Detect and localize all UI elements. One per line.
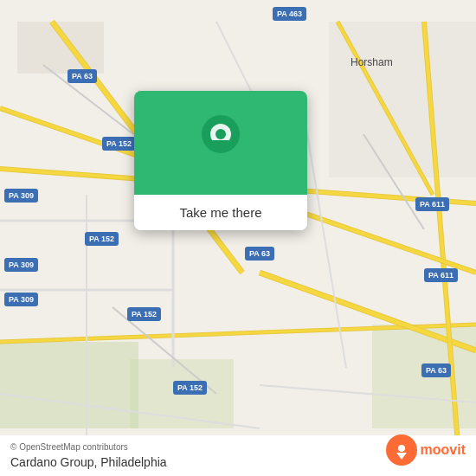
road-badge: PA 152 xyxy=(173,381,207,395)
road-badge: PA 152 xyxy=(127,307,161,321)
road-badge: PA 63 xyxy=(245,247,274,261)
road-badge: PA 463 xyxy=(273,7,306,21)
moovit-icon xyxy=(386,434,417,466)
road-badge: PA 611 xyxy=(415,197,449,211)
svg-point-33 xyxy=(215,129,226,139)
road-badge: PA 63 xyxy=(68,69,97,83)
road-badge: PA 152 xyxy=(85,232,119,246)
place-label-horsham: Horsham xyxy=(351,56,393,68)
road-badge: PA 309 xyxy=(4,189,38,203)
road-badge: PA 63 xyxy=(421,363,451,377)
svg-point-36 xyxy=(398,445,405,452)
road-badge: PA 309 xyxy=(4,293,38,306)
road-badge: PA 152 xyxy=(102,137,136,151)
moovit-text: moovit xyxy=(421,442,466,458)
road-badge: PA 309 xyxy=(4,258,38,272)
take-me-there-button[interactable]: Take me there xyxy=(134,195,307,230)
popup-card: Take me there xyxy=(134,91,307,230)
road-badge: PA 611 xyxy=(424,268,458,282)
svg-rect-0 xyxy=(0,342,138,428)
popup-green-header xyxy=(134,91,307,195)
location-pin-icon xyxy=(199,113,242,164)
map-container: PA 463PA 63PA 152PA 309PA 152PA 309PA 30… xyxy=(0,0,476,476)
moovit-logo: moovit xyxy=(386,434,466,466)
